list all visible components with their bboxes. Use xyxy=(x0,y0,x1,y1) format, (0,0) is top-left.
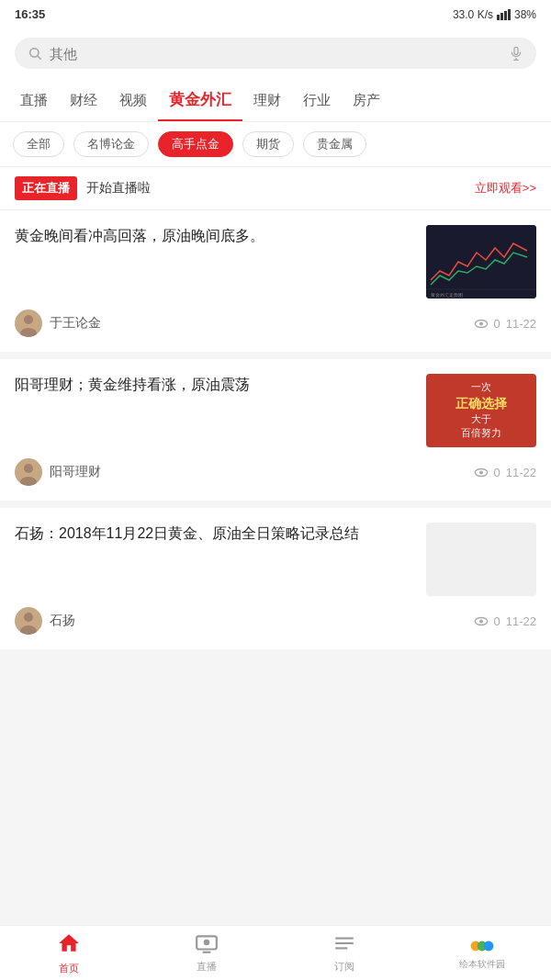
status-time: 16:35 xyxy=(15,7,45,21)
live-icon xyxy=(195,933,219,953)
network-speed: 33.0 K/s xyxy=(453,8,493,21)
author-row: 石扬 0 11-22 xyxy=(15,607,536,635)
status-icons: 38% xyxy=(497,8,536,21)
article-list: 黄金晚间看冲高回落，原油晚间底多。 黄金外汇走势图 于王论金 xyxy=(0,210,551,649)
article-title: 石扬：2018年11月22日黄金、原油全日策略记录总结 xyxy=(15,523,415,545)
svg-point-28 xyxy=(204,939,210,944)
article-item[interactable]: 石扬：2018年11月22日黄金、原油全日策略记录总结 石扬 0 11-22 xyxy=(0,508,551,649)
article-text: 石扬：2018年11月22日黄金、原油全日策略记录总结 xyxy=(15,523,415,596)
author-avatar xyxy=(15,310,42,337)
svg-point-23 xyxy=(24,613,33,622)
nav-tab-视频[interactable]: 视频 xyxy=(108,83,158,118)
nav-tab-黄金外汇[interactable]: 黄金外汇 xyxy=(158,80,242,121)
author-avatar xyxy=(15,607,42,635)
article-title: 阳哥理财；黄金维持看涨，原油震荡 xyxy=(15,374,415,396)
bottom-tab-订阅[interactable]: 订阅 xyxy=(276,928,413,979)
article-thumbnail: 黄金外汇走势图 xyxy=(426,225,536,299)
brand-logo-icon xyxy=(469,936,495,956)
brand-icon-wrap xyxy=(469,936,495,956)
svg-point-21 xyxy=(479,470,483,474)
nav-tab-理财[interactable]: 理财 xyxy=(242,83,292,118)
tab-icon-wrap xyxy=(332,933,356,957)
svg-line-5 xyxy=(38,56,41,60)
svg-rect-0 xyxy=(497,15,500,20)
eye-icon xyxy=(474,616,489,626)
svg-text:黄金外汇走势图: 黄金外汇走势图 xyxy=(431,292,463,298)
home-icon xyxy=(57,931,81,955)
brand-tab-label: 绘本软件园 xyxy=(459,958,505,971)
date-text: 11-22 xyxy=(506,614,536,628)
date-text: 11-22 xyxy=(506,466,536,479)
eye-icon xyxy=(474,319,489,329)
bottom-tab-bar: 首页 直播 订阅 绘本软件园 xyxy=(0,925,551,980)
article-text: 黄金晚间看冲高回落，原油晚间底多。 xyxy=(15,225,415,299)
filter-tag-贵金属[interactable]: 贵金属 xyxy=(303,131,366,157)
signal-icon xyxy=(497,9,512,20)
live-banner: 正在直播 开始直播啦 立即观看>> xyxy=(0,167,551,210)
nav-tab-房产[interactable]: 房产 xyxy=(342,83,391,118)
live-watch-button[interactable]: 立即观看>> xyxy=(475,180,536,197)
status-bar: 16:35 33.0 K/s 38% xyxy=(0,0,551,28)
svg-rect-3 xyxy=(508,9,511,20)
eye-icon xyxy=(474,467,489,478)
date-text: 11-22 xyxy=(506,317,536,331)
nav-tab-行业[interactable]: 行业 xyxy=(292,83,342,118)
live-text: 开始直播啦 xyxy=(86,180,466,197)
author-name: 石扬 xyxy=(50,613,75,629)
bottom-tab-label: 直播 xyxy=(197,960,217,974)
bottom-tab-label: 订阅 xyxy=(334,960,354,974)
article-content: 石扬：2018年11月22日黄金、原油全日策略记录总结 xyxy=(15,523,536,596)
filter-tags: 全部名博论金高手点金期货贵金属 xyxy=(0,122,551,167)
article-item[interactable]: 阳哥理财；黄金维持看涨，原油震荡 一次 正确选择 大于 百倍努力 阳哥理财 xyxy=(0,359,551,501)
brand-tab[interactable]: 绘本软件园 xyxy=(413,936,551,971)
search-icon xyxy=(28,46,42,61)
filter-tag-名博论金[interactable]: 名博论金 xyxy=(73,131,149,157)
filter-tag-期货[interactable]: 期货 xyxy=(242,131,294,157)
svg-point-16 xyxy=(479,321,483,325)
svg-point-13 xyxy=(24,315,33,324)
author-row: 阳哥理财 0 11-22 xyxy=(15,458,536,486)
bottom-tab-label: 首页 xyxy=(59,962,79,975)
bottom-tab-首页[interactable]: 首页 xyxy=(0,926,138,981)
tab-icon-wrap xyxy=(195,933,219,957)
nav-tab-直播[interactable]: 直播 xyxy=(9,83,59,118)
filter-tag-高手点金[interactable]: 高手点金 xyxy=(158,131,233,157)
article-thumbnail xyxy=(426,523,536,596)
svg-rect-2 xyxy=(504,11,507,20)
author-meta: 0 11-22 xyxy=(474,466,536,479)
author-row: 于王论金 0 11-22 xyxy=(15,310,536,337)
search-input[interactable] xyxy=(50,46,501,62)
subscribe-icon xyxy=(332,933,356,953)
mic-icon xyxy=(509,45,523,62)
live-badge: 正在直播 xyxy=(15,176,77,200)
svg-point-18 xyxy=(24,464,33,473)
article-title: 黄金晚间看冲高回落，原油晚间底多。 xyxy=(15,225,415,247)
search-bar[interactable] xyxy=(15,38,536,69)
article-thumbnail: 一次 正确选择 大于 百倍努力 xyxy=(426,374,536,447)
tab-icon-wrap xyxy=(57,931,81,959)
svg-point-26 xyxy=(479,619,483,623)
article-content: 黄金晚间看冲高回落，原油晚间底多。 黄金外汇走势图 xyxy=(15,225,536,299)
filter-tag-全部[interactable]: 全部 xyxy=(13,131,64,157)
article-item[interactable]: 黄金晚间看冲高回落，原油晚间底多。 黄金外汇走势图 于王论金 xyxy=(0,210,551,352)
battery-text: 38% xyxy=(514,8,536,21)
nav-tab-财经[interactable]: 财经 xyxy=(59,83,108,118)
author-avatar xyxy=(15,458,42,486)
view-count: 0 xyxy=(494,317,500,331)
bottom-tab-直播[interactable]: 直播 xyxy=(138,928,276,979)
author-meta: 0 11-22 xyxy=(474,317,536,331)
nav-tabs: 直播财经视频黄金外汇理财行业房产 xyxy=(0,80,551,122)
status-right: 33.0 K/s 38% xyxy=(453,8,536,21)
svg-rect-1 xyxy=(500,13,503,20)
article-text: 阳哥理财；黄金维持看涨，原油震荡 xyxy=(15,374,415,447)
svg-point-4 xyxy=(30,49,39,57)
view-count: 0 xyxy=(494,466,500,479)
view-count: 0 xyxy=(494,614,500,628)
author-name: 阳哥理财 xyxy=(50,464,101,480)
search-bar-wrap xyxy=(0,28,551,80)
svg-rect-9 xyxy=(426,225,536,299)
article-content: 阳哥理财；黄金维持看涨，原油震荡 一次 正确选择 大于 百倍努力 xyxy=(15,374,536,447)
svg-rect-6 xyxy=(514,47,518,54)
author-meta: 0 11-22 xyxy=(474,614,536,628)
svg-point-35 xyxy=(484,941,494,951)
